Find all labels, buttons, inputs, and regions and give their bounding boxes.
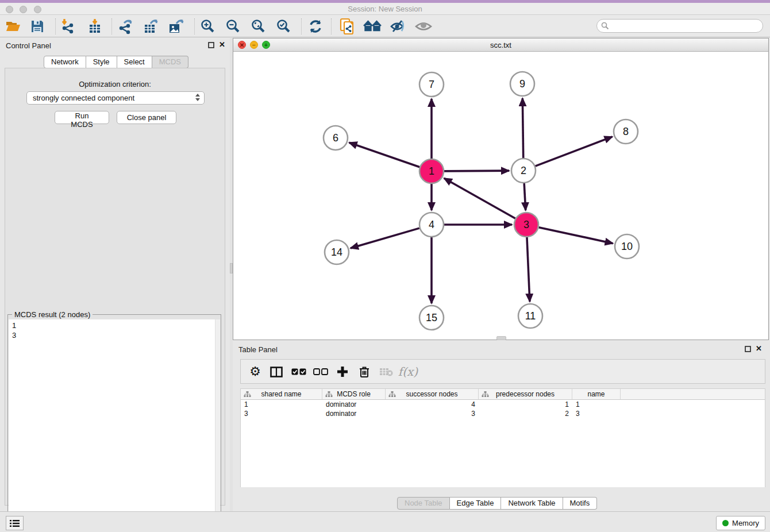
tab-node-table[interactable]: Node Table <box>397 497 450 510</box>
column-header-name[interactable]: name <box>572 389 621 399</box>
graph-edge-2-8[interactable] <box>536 137 613 166</box>
clone-network-icon[interactable] <box>337 17 357 36</box>
export-image-icon[interactable] <box>166 17 186 36</box>
zoom-selected-icon[interactable] <box>274 17 294 36</box>
result-line: 3 <box>12 330 220 340</box>
mcds-result-title: MCDS result (2 nodes) <box>12 310 93 319</box>
column-header-predecessor-nodes[interactable]: predecessor nodes <box>479 389 572 399</box>
column-header-shared-name[interactable]: shared name <box>241 389 322 399</box>
graph-node-label: 1 <box>429 165 434 177</box>
memory-button[interactable]: Memory <box>716 516 765 530</box>
network-window-titlebar[interactable]: ✕ − + scc.txt <box>233 38 768 52</box>
search-input[interactable] <box>596 19 763 33</box>
graph-node-label: 11 <box>525 310 536 322</box>
tab-network[interactable]: Network <box>44 56 86 68</box>
optimization-label: Optimization criterion: <box>5 80 225 88</box>
column-settings-icon[interactable]: ⚙ <box>245 363 265 381</box>
refresh-view-icon[interactable] <box>306 17 325 36</box>
graph-node-label: 2 <box>521 165 526 176</box>
cell-name[interactable]: 3 <box>572 409 621 418</box>
column-label: shared name <box>261 390 301 398</box>
open-session-icon[interactable] <box>3 17 23 36</box>
control-panel: Control Panel ✕ Network Style Select MCD… <box>0 38 230 511</box>
graph-node-label: 14 <box>331 246 342 258</box>
toolbar-separator <box>301 18 302 34</box>
column-header-successor-nodes[interactable]: successor nodes <box>386 389 479 399</box>
tab-mcds[interactable]: MCDS <box>152 56 188 68</box>
graph-edge-1-2[interactable] <box>444 171 509 171</box>
delete-column-icon[interactable] <box>355 363 374 381</box>
network-graph: 7968124314101511 <box>233 52 768 340</box>
split-pane-handle[interactable] <box>496 336 506 340</box>
cell-predecessor-nodes[interactable]: 1 <box>479 400 572 409</box>
mcds-result-textarea[interactable]: 1 3 <box>9 319 220 528</box>
search-icon <box>601 22 609 30</box>
tab-style[interactable]: Style <box>86 56 117 68</box>
import-table-icon[interactable] <box>85 17 105 36</box>
run-mcds-button[interactable]: Run MCDS <box>55 111 109 124</box>
table-toolbar: ⚙ f(x) <box>240 359 765 384</box>
control-panel-title: Control Panel <box>6 41 51 50</box>
cell-name[interactable]: 1 <box>572 400 621 409</box>
graph-node-label: 9 <box>519 78 525 90</box>
cell-successor-nodes[interactable]: 3 <box>386 409 479 418</box>
tab-network-table[interactable]: Network Table <box>501 497 563 510</box>
float-table-panel-icon[interactable] <box>745 346 751 352</box>
zoom-fit-icon[interactable] <box>249 17 268 36</box>
graph-node-label: 10 <box>621 241 633 252</box>
show-details-icon[interactable] <box>414 17 433 36</box>
export-network-icon[interactable] <box>116 17 135 36</box>
graph-edge-4-14[interactable] <box>351 228 419 248</box>
list-icon <box>10 519 20 527</box>
cell-predecessor-nodes[interactable]: 2 <box>479 409 572 418</box>
graph-edge-2-3[interactable] <box>524 183 526 210</box>
hide-details-icon[interactable] <box>388 17 407 36</box>
column-header-mcds-role[interactable]: MCDS role <box>322 389 386 399</box>
criterion-value: strongly connected component <box>33 94 134 102</box>
graph-edge-3-11[interactable] <box>527 237 530 302</box>
toolbar-separator <box>331 18 332 34</box>
close-panel-button[interactable]: Close panel <box>117 111 176 124</box>
criterion-select[interactable]: strongly connected component <box>26 91 205 105</box>
tab-motifs[interactable]: Motifs <box>563 497 598 510</box>
graph-node-label: 6 <box>333 132 338 144</box>
export-table-icon[interactable] <box>141 17 160 36</box>
float-panel-icon[interactable] <box>208 42 214 48</box>
import-network-icon[interactable] <box>58 17 78 36</box>
first-neighbors-icon[interactable] <box>363 17 382 36</box>
add-column-icon[interactable] <box>333 363 352 381</box>
cell-mcds-role[interactable]: dominator <box>322 400 386 409</box>
toolbar-separator <box>111 18 112 34</box>
table-panel: Table Panel ✕ ⚙ f(x) <box>233 342 770 511</box>
result-scrollbar[interactable] <box>215 319 220 528</box>
task-history-button[interactable] <box>6 516 24 530</box>
cell-shared-name[interactable]: 3 <box>241 409 322 418</box>
cell-shared-name[interactable]: 1 <box>241 400 322 409</box>
graph-edge-3-1[interactable] <box>444 178 515 218</box>
mcds-panel: Optimization criterion: strongly connect… <box>5 68 225 506</box>
graph-node-label: 3 <box>523 219 529 230</box>
graph-edge-2-9[interactable] <box>522 98 523 158</box>
close-panel-icon[interactable]: ✕ <box>219 41 225 49</box>
column-label: name <box>587 390 605 398</box>
zoom-out-icon[interactable] <box>224 17 243 36</box>
select-chevrons-icon <box>195 94 200 101</box>
tab-edge-table[interactable]: Edge Table <box>450 497 502 510</box>
cell-mcds-role[interactable]: dominator <box>322 409 386 418</box>
table-row[interactable]: 1 dominator 4 1 1 <box>241 400 765 409</box>
table-row[interactable]: 3 dominator 3 2 3 <box>241 409 765 418</box>
close-table-panel-icon[interactable]: ✕ <box>756 345 762 353</box>
select-all-icon[interactable] <box>289 363 309 381</box>
column-label: MCDS role <box>337 390 371 398</box>
graph-edge-3-10[interactable] <box>538 228 613 244</box>
delete-table-icon[interactable] <box>376 363 396 381</box>
deselect-all-icon[interactable] <box>311 363 330 381</box>
split-table-icon[interactable] <box>267 363 286 381</box>
graph-edge-1-6[interactable] <box>349 142 420 167</box>
cell-successor-nodes[interactable]: 4 <box>386 400 479 409</box>
zoom-in-icon[interactable] <box>198 17 218 36</box>
tab-select[interactable]: Select <box>117 56 152 68</box>
save-session-icon[interactable] <box>28 17 47 36</box>
apply-function-icon[interactable]: f(x) <box>398 363 418 381</box>
network-canvas[interactable]: 7968124314101511 <box>233 52 768 340</box>
